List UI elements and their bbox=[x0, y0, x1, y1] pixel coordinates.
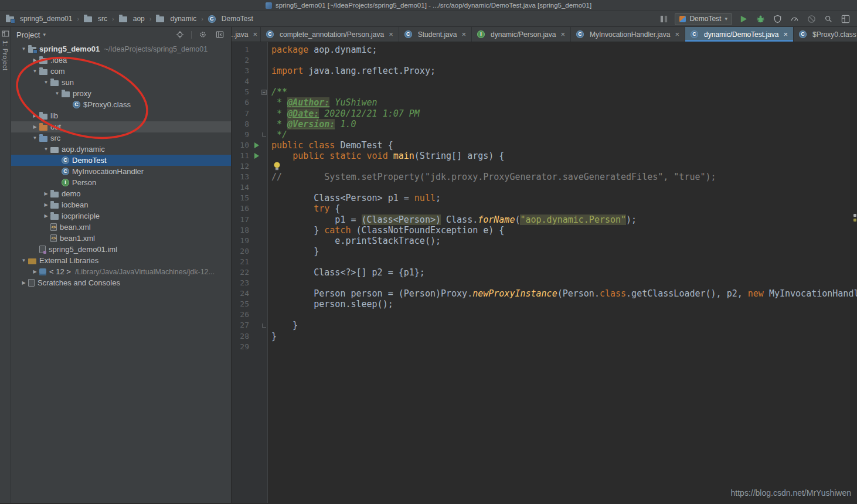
project-tree-item-proxy0-class[interactable]: C$Proxy0.class bbox=[11, 99, 231, 110]
line-number[interactable]: 10 bbox=[232, 140, 252, 151]
project-tree-item-person[interactable]: IPerson bbox=[11, 177, 231, 188]
debug-button[interactable] bbox=[754, 13, 766, 25]
project-tree-item-spring5-demo01-iml[interactable]: spring5_demo01.iml bbox=[11, 244, 231, 255]
run-line-icon[interactable] bbox=[254, 142, 259, 148]
columns-tool-button[interactable] bbox=[658, 13, 669, 25]
chevron-expanded-icon[interactable]: ▼ bbox=[19, 46, 28, 52]
project-tree-item-aop-dynamic[interactable]: ▼aop.dynamic bbox=[11, 144, 231, 155]
line-number[interactable]: 29 bbox=[232, 342, 252, 352]
chevron-collapsed-icon[interactable]: ▶ bbox=[42, 191, 50, 196]
project-panel-title[interactable]: Project ▾ bbox=[16, 30, 46, 39]
breadcrumb-item-dynamic[interactable]: dynamic bbox=[155, 14, 198, 23]
fold-end-icon[interactable] bbox=[262, 323, 266, 328]
close-icon[interactable]: × bbox=[675, 30, 679, 39]
line-number[interactable]: 19 bbox=[232, 236, 252, 246]
run-button[interactable] bbox=[737, 13, 749, 25]
project-stripe-button[interactable]: 1: Project bbox=[0, 30, 11, 70]
line-number[interactable]: 6 bbox=[232, 97, 252, 108]
profiler-button[interactable] bbox=[788, 13, 800, 25]
line-number[interactable]: 15 bbox=[232, 193, 252, 203]
close-icon[interactable]: × bbox=[560, 30, 565, 39]
chevron-expanded-icon[interactable]: ▼ bbox=[53, 91, 62, 96]
editor-tab-dynamic-person-java[interactable]: Idynamic/Person.java× bbox=[472, 27, 571, 42]
line-number[interactable]: 8 bbox=[232, 119, 252, 130]
breadcrumb-item-demotest[interactable]: CDemoTest bbox=[207, 14, 254, 23]
project-tree-item-bean-xml[interactable]: <>bean.xml bbox=[11, 222, 231, 233]
project-tree-item-proxy[interactable]: ▼proxy bbox=[11, 88, 231, 99]
chevron-collapsed-icon[interactable]: ▶ bbox=[30, 57, 39, 63]
project-tree-item-iocprinciple[interactable]: ▶iocprinciple bbox=[11, 210, 231, 222]
intention-bulb-icon[interactable] bbox=[273, 161, 281, 171]
project-tree-item-lib[interactable]: ▶lib bbox=[11, 110, 231, 121]
line-number[interactable]: 2 bbox=[232, 55, 252, 66]
line-number[interactable]: 1 bbox=[232, 45, 252, 55]
project-tree-item-bean1-xml[interactable]: <>bean1.xml bbox=[11, 233, 231, 244]
line-number[interactable]: 18 bbox=[232, 225, 252, 236]
line-number[interactable]: 16 bbox=[232, 203, 252, 214]
breadcrumb-item-src[interactable]: src bbox=[83, 14, 108, 23]
editor-tab-myinvocationhandler-java[interactable]: CMyInvocationHandler.java× bbox=[571, 27, 685, 42]
chevron-expanded-icon[interactable]: ▼ bbox=[30, 69, 39, 74]
breadcrumb-item-aop[interactable]: aop bbox=[118, 14, 146, 23]
line-number[interactable]: 28 bbox=[232, 331, 252, 342]
line-number[interactable]: 24 bbox=[232, 288, 252, 299]
line-number[interactable]: 21 bbox=[232, 257, 252, 267]
project-tree-item-12[interactable]: ▶< 12 >/Library/Java/JavaVirtualMachines… bbox=[11, 266, 231, 277]
line-number[interactable]: 13 bbox=[232, 172, 252, 182]
editor-area[interactable]: 12345−6789101112131415161718192021222324… bbox=[232, 42, 857, 503]
hide-panel-button[interactable] bbox=[214, 29, 226, 40]
fold-end-icon[interactable] bbox=[262, 132, 266, 137]
chevron-expanded-icon[interactable]: ▼ bbox=[19, 258, 28, 263]
line-number[interactable]: 12 bbox=[232, 161, 252, 172]
project-tree-item-out[interactable]: ▶out bbox=[11, 121, 231, 132]
line-number[interactable]: 5 bbox=[232, 87, 252, 97]
chevron-collapsed-icon[interactable]: ▶ bbox=[42, 202, 50, 207]
editor-gutter[interactable]: 12345−6789101112131415161718192021222324… bbox=[232, 42, 268, 503]
editor-tab-complete-annotation-person-java[interactable]: Ccomplete_annotation/Person.java× bbox=[261, 27, 399, 42]
chevron-expanded-icon[interactable]: ▼ bbox=[42, 147, 50, 152]
line-number[interactable]: 25 bbox=[232, 299, 252, 309]
line-number[interactable]: 23 bbox=[232, 278, 252, 288]
line-number[interactable]: 20 bbox=[232, 246, 252, 257]
line-number[interactable]: 3 bbox=[232, 66, 252, 76]
search-everywhere-button[interactable] bbox=[822, 13, 834, 25]
chevron-collapsed-icon[interactable]: ▶ bbox=[42, 213, 50, 219]
editor-tab-proxy0-class[interactable]: C$Proxy0.class× bbox=[794, 27, 857, 42]
chevron-expanded-icon[interactable]: ▼ bbox=[30, 135, 39, 141]
coverage-button[interactable] bbox=[771, 13, 783, 25]
project-tree-item-spring5-demo01[interactable]: ▼spring5_demo01~/IdeaProjects/spring5_de… bbox=[11, 43, 231, 55]
project-tree-item-com[interactable]: ▼com bbox=[11, 66, 231, 77]
editor-tab-student-java[interactable]: CStudent.java× bbox=[399, 27, 472, 42]
line-number[interactable]: 14 bbox=[232, 182, 252, 193]
line-number[interactable]: 4 bbox=[232, 76, 252, 87]
panel-settings-button[interactable] bbox=[197, 29, 209, 40]
chevron-collapsed-icon[interactable]: ▶ bbox=[30, 124, 39, 130]
chevron-collapsed-icon[interactable]: ▶ bbox=[30, 113, 39, 118]
chevron-expanded-icon[interactable]: ▼ bbox=[42, 80, 50, 85]
project-tree-item-idea[interactable]: ▶.idea bbox=[11, 55, 231, 66]
line-number[interactable]: 7 bbox=[232, 108, 252, 119]
line-number[interactable]: 11 bbox=[232, 151, 252, 161]
locate-file-button[interactable] bbox=[174, 29, 186, 40]
close-icon[interactable]: × bbox=[253, 30, 257, 39]
chevron-collapsed-icon[interactable]: ▶ bbox=[19, 280, 28, 285]
close-icon[interactable]: × bbox=[783, 30, 788, 39]
project-tree-item-myinvocationhandler[interactable]: CMyInvocationHandler bbox=[11, 166, 231, 177]
line-number[interactable]: 27 bbox=[232, 320, 252, 331]
close-icon[interactable]: × bbox=[461, 30, 466, 39]
close-icon[interactable]: × bbox=[389, 30, 393, 39]
project-tree-item-demo[interactable]: ▶demo bbox=[11, 188, 231, 199]
layout-button[interactable] bbox=[839, 13, 851, 25]
fold-collapse-icon[interactable]: − bbox=[261, 90, 267, 95]
line-number[interactable]: 9 bbox=[232, 130, 252, 140]
project-tree-item-iocbean[interactable]: ▶iocbean bbox=[11, 199, 231, 210]
project-tree-item-sun[interactable]: ▼sun bbox=[11, 77, 231, 88]
run-configuration-select[interactable]: DemoTest ▾ bbox=[675, 13, 732, 25]
editor-tab-dynamic-demotest-java[interactable]: Cdynamic/DemoTest.java× bbox=[685, 27, 794, 42]
breadcrumb-item-spring5-demo01[interactable]: spring5_demo01 bbox=[5, 14, 73, 23]
run-line-icon[interactable] bbox=[254, 153, 259, 159]
chevron-collapsed-icon[interactable]: ▶ bbox=[30, 269, 39, 274]
project-tree-item-external-libraries[interactable]: ▼External Libraries bbox=[11, 255, 231, 266]
line-number[interactable]: 22 bbox=[232, 267, 252, 278]
project-tree-item-src[interactable]: ▼src bbox=[11, 132, 231, 144]
